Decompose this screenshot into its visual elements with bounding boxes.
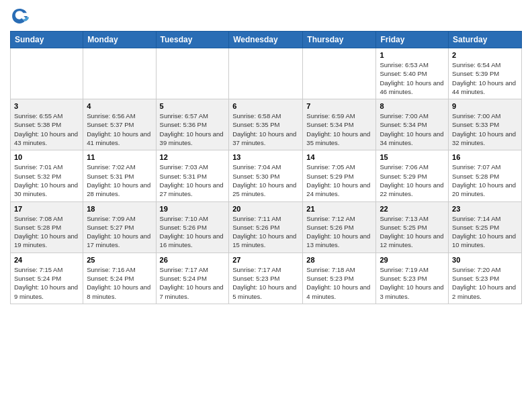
page-header — [10, 7, 522, 26]
calendar-cell: 27Sunrise: 7:17 AM Sunset: 5:23 PM Dayli… — [229, 253, 303, 304]
calendar-cell: 6Sunrise: 6:58 AM Sunset: 5:35 PM Daylig… — [229, 99, 303, 150]
day-number: 27 — [232, 256, 299, 264]
calendar-day-header: Wednesday — [229, 32, 303, 48]
calendar-day-header: Monday — [83, 32, 156, 48]
day-number: 25 — [87, 256, 152, 264]
day-number: 26 — [160, 256, 226, 264]
day-number: 5 — [160, 102, 226, 110]
calendar-cell: 15Sunrise: 7:06 AM Sunset: 5:29 PM Dayli… — [376, 150, 449, 201]
day-number: 7 — [306, 102, 372, 110]
day-number: 29 — [380, 256, 445, 264]
day-info: Sunrise: 6:57 AM Sunset: 5:36 PM Dayligh… — [160, 111, 226, 147]
day-info: Sunrise: 7:09 AM Sunset: 5:27 PM Dayligh… — [87, 214, 152, 250]
calendar-cell: 26Sunrise: 7:17 AM Sunset: 5:24 PM Dayli… — [156, 253, 229, 304]
day-info: Sunrise: 7:13 AM Sunset: 5:25 PM Dayligh… — [380, 214, 445, 250]
day-number: 8 — [380, 102, 445, 110]
calendar-cell: 1Sunrise: 6:53 AM Sunset: 5:40 PM Daylig… — [376, 48, 449, 99]
day-info: Sunrise: 7:00 AM Sunset: 5:33 PM Dayligh… — [452, 111, 518, 147]
day-info: Sunrise: 7:03 AM Sunset: 5:31 PM Dayligh… — [160, 163, 226, 198]
day-info: Sunrise: 7:06 AM Sunset: 5:29 PM Dayligh… — [380, 163, 445, 198]
calendar-cell: 21Sunrise: 7:12 AM Sunset: 5:26 PM Dayli… — [303, 201, 376, 253]
logo-icon — [10, 7, 29, 26]
day-number: 19 — [160, 205, 226, 213]
calendar-day-header: Thursday — [303, 32, 376, 48]
day-info: Sunrise: 6:58 AM Sunset: 5:35 PM Dayligh… — [232, 111, 299, 147]
calendar-cell: 4Sunrise: 6:56 AM Sunset: 5:37 PM Daylig… — [83, 99, 156, 150]
calendar-week-row: 10Sunrise: 7:01 AM Sunset: 5:32 PM Dayli… — [11, 150, 522, 201]
calendar-cell: 12Sunrise: 7:03 AM Sunset: 5:31 PM Dayli… — [156, 150, 229, 201]
day-info: Sunrise: 7:19 AM Sunset: 5:23 PM Dayligh… — [380, 265, 445, 301]
calendar-cell: 2Sunrise: 6:54 AM Sunset: 5:39 PM Daylig… — [449, 48, 522, 99]
logo — [10, 7, 32, 26]
calendar-cell: 13Sunrise: 7:04 AM Sunset: 5:30 PM Dayli… — [229, 150, 303, 201]
day-number: 2 — [452, 51, 518, 59]
day-info: Sunrise: 7:11 AM Sunset: 5:26 PM Dayligh… — [232, 214, 299, 250]
day-number: 3 — [14, 102, 79, 110]
day-info: Sunrise: 6:55 AM Sunset: 5:38 PM Dayligh… — [14, 111, 79, 147]
calendar-day-header: Saturday — [449, 32, 522, 48]
day-number: 17 — [14, 205, 79, 213]
day-number: 14 — [306, 153, 372, 161]
calendar-cell: 16Sunrise: 7:07 AM Sunset: 5:28 PM Dayli… — [449, 150, 522, 201]
day-number: 6 — [232, 102, 299, 110]
day-info: Sunrise: 7:14 AM Sunset: 5:25 PM Dayligh… — [452, 214, 518, 250]
calendar-cell — [303, 48, 376, 99]
calendar-cell: 24Sunrise: 7:15 AM Sunset: 5:24 PM Dayli… — [11, 253, 83, 304]
day-number: 18 — [87, 205, 152, 213]
calendar-cell: 19Sunrise: 7:10 AM Sunset: 5:26 PM Dayli… — [156, 201, 229, 253]
day-number: 21 — [306, 205, 372, 213]
calendar-cell — [83, 48, 156, 99]
calendar-header-row: SundayMondayTuesdayWednesdayThursdayFrid… — [11, 32, 522, 48]
calendar-table: SundayMondayTuesdayWednesdayThursdayFrid… — [10, 31, 522, 304]
day-info: Sunrise: 7:12 AM Sunset: 5:26 PM Dayligh… — [306, 214, 372, 250]
day-number: 10 — [14, 153, 79, 161]
calendar-day-header: Sunday — [11, 32, 83, 48]
calendar-cell: 5Sunrise: 6:57 AM Sunset: 5:36 PM Daylig… — [156, 99, 229, 150]
calendar-week-row: 17Sunrise: 7:08 AM Sunset: 5:28 PM Dayli… — [11, 201, 522, 253]
calendar-cell: 18Sunrise: 7:09 AM Sunset: 5:27 PM Dayli… — [83, 201, 156, 253]
day-number: 12 — [160, 153, 226, 161]
day-info: Sunrise: 6:53 AM Sunset: 5:40 PM Dayligh… — [380, 60, 445, 96]
day-info: Sunrise: 7:08 AM Sunset: 5:28 PM Dayligh… — [14, 214, 79, 250]
day-number: 11 — [87, 153, 152, 161]
day-info: Sunrise: 7:05 AM Sunset: 5:29 PM Dayligh… — [306, 163, 372, 198]
calendar-cell: 3Sunrise: 6:55 AM Sunset: 5:38 PM Daylig… — [11, 99, 83, 150]
calendar-cell: 10Sunrise: 7:01 AM Sunset: 5:32 PM Dayli… — [11, 150, 83, 201]
day-number: 28 — [306, 256, 372, 264]
day-info: Sunrise: 7:00 AM Sunset: 5:34 PM Dayligh… — [380, 111, 445, 147]
calendar-week-row: 24Sunrise: 7:15 AM Sunset: 5:24 PM Dayli… — [11, 253, 522, 304]
day-info: Sunrise: 6:54 AM Sunset: 5:39 PM Dayligh… — [452, 60, 518, 96]
day-number: 1 — [380, 51, 445, 59]
day-info: Sunrise: 6:56 AM Sunset: 5:37 PM Dayligh… — [87, 111, 152, 147]
day-number: 4 — [87, 102, 152, 110]
day-info: Sunrise: 7:15 AM Sunset: 5:24 PM Dayligh… — [14, 265, 79, 301]
calendar-day-header: Friday — [376, 32, 449, 48]
day-number: 30 — [452, 256, 518, 264]
day-info: Sunrise: 7:17 AM Sunset: 5:23 PM Dayligh… — [232, 265, 299, 301]
day-number: 24 — [14, 256, 79, 264]
calendar-cell: 25Sunrise: 7:16 AM Sunset: 5:24 PM Dayli… — [83, 253, 156, 304]
day-number: 13 — [232, 153, 299, 161]
calendar-cell: 28Sunrise: 7:18 AM Sunset: 5:23 PM Dayli… — [303, 253, 376, 304]
calendar-cell: 8Sunrise: 7:00 AM Sunset: 5:34 PM Daylig… — [376, 99, 449, 150]
day-number: 20 — [232, 205, 299, 213]
calendar-cell: 20Sunrise: 7:11 AM Sunset: 5:26 PM Dayli… — [229, 201, 303, 253]
day-number: 9 — [452, 102, 518, 110]
day-info: Sunrise: 7:16 AM Sunset: 5:24 PM Dayligh… — [87, 265, 152, 301]
calendar-cell: 14Sunrise: 7:05 AM Sunset: 5:29 PM Dayli… — [303, 150, 376, 201]
day-number: 16 — [452, 153, 518, 161]
day-info: Sunrise: 7:17 AM Sunset: 5:24 PM Dayligh… — [160, 265, 226, 301]
day-number: 22 — [380, 205, 445, 213]
day-number: 15 — [380, 153, 445, 161]
day-info: Sunrise: 7:20 AM Sunset: 5:23 PM Dayligh… — [452, 265, 518, 301]
day-info: Sunrise: 7:18 AM Sunset: 5:23 PM Dayligh… — [306, 265, 372, 301]
calendar-week-row: 1Sunrise: 6:53 AM Sunset: 5:40 PM Daylig… — [11, 48, 522, 99]
day-number: 23 — [452, 205, 518, 213]
day-info: Sunrise: 7:04 AM Sunset: 5:30 PM Dayligh… — [232, 163, 299, 198]
calendar-cell: 30Sunrise: 7:20 AM Sunset: 5:23 PM Dayli… — [449, 253, 522, 304]
calendar-cell: 23Sunrise: 7:14 AM Sunset: 5:25 PM Dayli… — [449, 201, 522, 253]
calendar-cell: 7Sunrise: 6:59 AM Sunset: 5:34 PM Daylig… — [303, 99, 376, 150]
day-info: Sunrise: 7:10 AM Sunset: 5:26 PM Dayligh… — [160, 214, 226, 250]
calendar-cell — [11, 48, 83, 99]
calendar-cell: 29Sunrise: 7:19 AM Sunset: 5:23 PM Dayli… — [376, 253, 449, 304]
